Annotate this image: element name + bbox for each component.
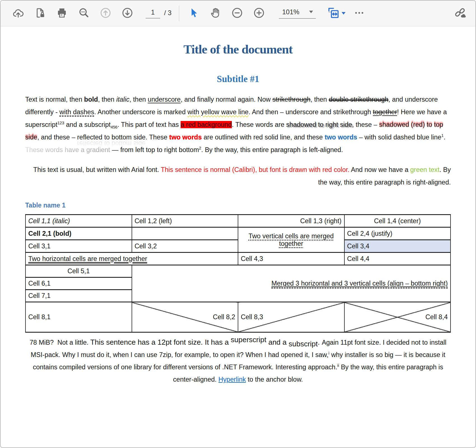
subscript-run: 456 (111, 125, 117, 129)
cell-merged-vertical: Two vertical cells are merged together (238, 227, 344, 253)
arrow-up-circle-icon (100, 7, 111, 20)
cell-3-2: Cell 3,2 (132, 240, 238, 253)
reflected-run: reflected to bottom sidereflected to bot… (77, 131, 146, 144)
superscript-run: 123 (57, 121, 64, 125)
arrow-down-circle-icon (122, 7, 133, 20)
bold-run: bold (84, 96, 98, 103)
hyperlink[interactable]: Hyperlink (218, 376, 246, 383)
cursor-arrow-icon (188, 7, 199, 20)
cell-6-1: Cell 6,1 (25, 277, 132, 290)
cell-1-1: Cell 1,1 (italic) (25, 215, 132, 227)
merged-horizontal-text: Two horizontal cells are merged together (28, 255, 147, 262)
arial-run: This text is usual, but written with Ari… (33, 166, 161, 173)
red-background-run: a red background (181, 121, 232, 128)
12pt-run: This sentence has a 12pt font size. It h… (90, 338, 231, 346)
document-subtitle: Subtitle #1 (25, 74, 451, 84)
cell-2-4: Cell 2,4 (justify) (344, 227, 451, 240)
text-run: , then (129, 96, 148, 103)
hand-icon (209, 7, 221, 20)
fit-width-dropdown-caret[interactable] (342, 12, 346, 15)
cell-7-1: Cell 7,1 (25, 290, 132, 302)
cell-8-1: Cell 8,1 (25, 302, 132, 332)
italic-run: italic (116, 96, 129, 103)
text-run: . By the way, this entire paragraph is l… (201, 146, 343, 153)
more-options-button[interactable] (353, 7, 366, 20)
zoom-dropdown-caret[interactable] (309, 11, 313, 13)
fit-width-icon (327, 6, 340, 20)
shadow-right-run: shadowed to right side (286, 121, 352, 128)
red-text-run: This sentence is normal (Calibri), but f… (161, 166, 351, 173)
select-tool-button[interactable] (187, 7, 200, 20)
zoom-in-button[interactable] (253, 7, 265, 20)
merged-vertical-text: Two vertical cells are merged together (249, 232, 334, 247)
gradient-run: These words have a gradient (25, 146, 110, 153)
ellipsis-icon (353, 7, 365, 20)
fit-width-button[interactable] (327, 6, 346, 20)
text-run: and a subscript (64, 121, 111, 128)
zoom-out-button[interactable] (231, 7, 244, 20)
page-navigation: 1 / 3 (146, 8, 172, 18)
text-run: . These (146, 134, 169, 141)
double-strikethrough-run: double strikethrough (329, 96, 388, 103)
text-run: , then (311, 96, 329, 103)
pdf-viewer-window: 1 / 3 101% Title of the (0, 0, 476, 448)
text-run: . (444, 134, 445, 141)
cell-8-4-crossed: Cell 8,4 (344, 302, 451, 332)
text-run: , and these – (37, 134, 77, 141)
toolbar-separator (179, 6, 179, 21)
text-run: , and finally normal again. Now (181, 96, 272, 103)
text-run: . And then – underscore and strikethroug… (249, 108, 373, 116)
save-to-cloud-button[interactable] (12, 7, 25, 20)
page-count-label: / 3 (164, 9, 172, 18)
cell-1-2: Cell 1,2 (left) (132, 215, 238, 227)
zoom-level-input[interactable]: 101% (279, 8, 316, 19)
underline-strikethrough-run: together (373, 108, 397, 116)
file-lock-icon (34, 7, 46, 20)
cell-1-4: Cell 1,4 (center) (344, 215, 451, 227)
cell-3-4-highlighted: Cell 3,4 (344, 240, 451, 253)
document-title: Title of the document (25, 42, 451, 57)
text-run: are outlined with red solid line, and th… (202, 134, 325, 141)
paragraph-notes: 78 MiB? Not a little. This sentence has … (27, 336, 449, 386)
text-run: 78 MiB? Not a little. (30, 339, 90, 346)
green-text-run: green text (410, 166, 440, 173)
text-run: , then (98, 96, 116, 103)
footnote-ref-2: 2 (199, 146, 201, 150)
table-caption: Table name 1 (25, 202, 451, 209)
dashed-underline-run: with dashes (59, 108, 94, 116)
document-table: Cell 1,1 (italic) Cell 1,2 (left) Cell 1… (25, 214, 451, 333)
cell-2-2 (132, 227, 238, 240)
paragraph-fonts: This text is usual, but written with Ari… (25, 164, 451, 189)
superscript-word: superscript (231, 335, 266, 344)
paragraph-formatting-demo: Text is normal, then bold, then italic, … (25, 93, 451, 156)
text-run: – with solid dashed blue line (357, 134, 441, 141)
cell-5-1: Cell 5,1 (25, 265, 132, 277)
cell-8-4-text: Cell 8,4 (425, 313, 448, 321)
previous-page-button[interactable] (99, 7, 112, 20)
text-run: — from left top to right bottom (110, 146, 199, 153)
cell-merged-3x3: Merged 3 horizontal and 3 vertical cells… (132, 265, 451, 302)
share-link-button[interactable] (454, 7, 466, 20)
cell-4-3: Cell 4,3 (238, 253, 344, 265)
text-run: And now we have a (351, 166, 410, 173)
page-number-input[interactable]: 1 (146, 8, 160, 18)
yellow-wavy-underline-run: with yellow wave line (188, 108, 249, 116)
text-run: . These words are (232, 121, 286, 128)
hand-tool-button[interactable] (209, 7, 222, 20)
print-icon (56, 7, 68, 20)
reflected-text: reflected to bottom side (77, 134, 146, 141)
next-page-button[interactable] (121, 7, 134, 20)
12pt-run: . (318, 338, 322, 346)
text-run: Text is normal, then (25, 96, 84, 103)
link-cloud-icon (454, 7, 466, 20)
text-run: . This part of text has (117, 121, 181, 128)
search-icon (78, 7, 90, 20)
pdf-toolbar: 1 / 3 101% (1, 1, 475, 26)
cell-8-3-diagonal: Cell 8,3 (238, 302, 344, 332)
search-button[interactable] (77, 7, 90, 20)
print-button[interactable] (55, 7, 68, 20)
cell-merged-horizontal: Two horizontal cells are merged together (25, 253, 238, 265)
minus-circle-icon (231, 7, 243, 20)
strikethrough-run: strikethrough (272, 96, 311, 103)
document-properties-button[interactable] (34, 7, 46, 20)
